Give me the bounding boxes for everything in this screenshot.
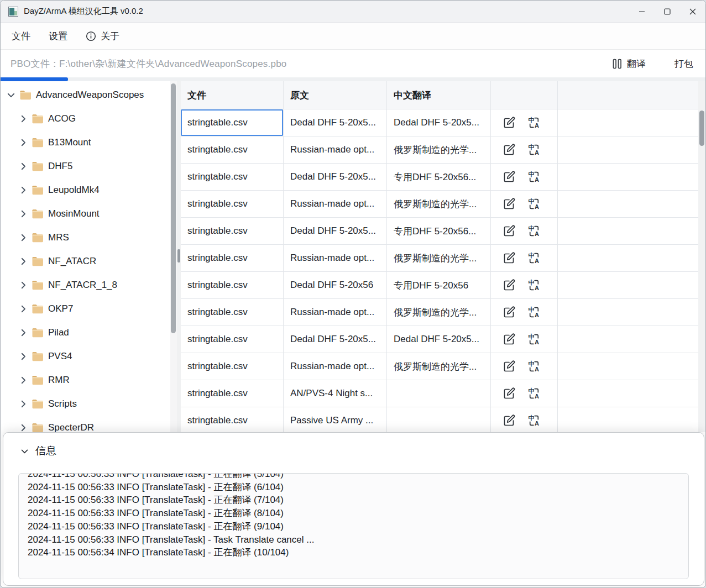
chevron-right-icon[interactable] [18, 138, 28, 148]
cell-translation[interactable]: 俄罗斯制造的光学... [387, 191, 491, 217]
edit-icon[interactable] [503, 279, 516, 292]
edit-icon[interactable] [503, 170, 516, 183]
chevron-right-icon[interactable] [18, 375, 28, 385]
chevron-right-icon[interactable] [18, 233, 28, 243]
tree-item-scripts[interactable]: Scripts [1, 392, 170, 416]
menu-settings[interactable]: 设置 [49, 30, 67, 43]
edit-icon[interactable] [503, 143, 516, 156]
cell-translation[interactable]: 俄罗斯制造的光学... [387, 353, 491, 380]
translate-button[interactable]: 翻译 [613, 57, 646, 70]
cell-translation[interactable]: 俄罗斯制造的光学... [387, 136, 491, 163]
tree-item-specterdr[interactable]: SpecterDR [1, 416, 170, 432]
tree-item-root[interactable]: AdvancedWeaponScopes [1, 83, 170, 107]
cell-source-text[interactable]: Dedal DHF 5-20x5... [284, 164, 387, 190]
chevron-right-icon[interactable] [18, 304, 28, 314]
chevron-right-icon[interactable] [18, 161, 28, 171]
table-scrollbar-thumb[interactable] [699, 111, 704, 146]
cell-file[interactable]: stringtable.csv [181, 272, 284, 298]
cell-file[interactable]: stringtable.csv [181, 299, 284, 326]
edit-icon[interactable] [503, 387, 516, 400]
cell-file[interactable]: stringtable.csv [181, 164, 284, 190]
cell-file[interactable]: stringtable.csv [181, 218, 284, 244]
cell-source-text[interactable]: Russian-made opt... [284, 191, 387, 217]
translate-icon[interactable]: 中A [527, 251, 541, 265]
edit-icon[interactable] [503, 224, 516, 238]
chevron-right-icon[interactable] [18, 114, 28, 124]
cell-source-text[interactable]: Russian-made opt... [284, 136, 387, 163]
tree-item-leupoldmk4[interactable]: LeupoldMk4 [1, 178, 170, 202]
minimize-button[interactable] [629, 1, 655, 22]
tree-item-mrs[interactable]: MRS [1, 225, 170, 249]
chevron-right-icon[interactable] [18, 351, 28, 361]
info-panel-header[interactable]: 信息 [20, 444, 704, 458]
chevron-right-icon[interactable] [18, 328, 28, 338]
tree-item-pilad[interactable]: Pilad [1, 321, 170, 344]
cell-source-text[interactable]: Dedal DHF 5-20x56 [284, 272, 387, 298]
cell-source-text[interactable]: Dedal DHF 5-20x5... [284, 109, 387, 136]
pack-button[interactable]: 打包 [674, 57, 693, 70]
cell-translation[interactable]: 专用DHF 5-20x56 [387, 272, 491, 298]
pane-splitter[interactable] [177, 81, 181, 432]
tree-scrollbar[interactable] [170, 81, 177, 432]
cell-file[interactable]: stringtable.csv [181, 407, 284, 432]
edit-icon[interactable] [503, 333, 516, 346]
chevron-right-icon[interactable] [18, 423, 28, 433]
translate-icon[interactable]: 中A [527, 170, 541, 183]
chevron-right-icon[interactable] [18, 399, 28, 409]
cell-translation[interactable]: 俄罗斯制造的光学... [387, 245, 491, 271]
cell-translation[interactable]: 俄罗斯制造的光学... [387, 299, 491, 326]
menu-file[interactable]: 文件 [12, 30, 30, 43]
tree-item-nf_atacr[interactable]: NF_ATACR [1, 249, 170, 273]
chevron-right-icon[interactable] [18, 256, 28, 266]
cell-source-text[interactable]: Dedal DHF 5-20x5... [284, 218, 387, 244]
tree-item-rmr[interactable]: RMR [1, 368, 170, 392]
splitter-handle[interactable] [177, 249, 180, 262]
cell-translation[interactable] [387, 407, 491, 432]
translate-icon[interactable]: 中A [527, 116, 541, 129]
tree-item-pvs4[interactable]: PVS4 [1, 344, 170, 368]
translate-icon[interactable]: 中A [527, 306, 541, 319]
edit-icon[interactable] [503, 360, 516, 373]
translate-icon[interactable]: 中A [527, 387, 541, 400]
cell-file[interactable]: stringtable.csv [181, 380, 284, 407]
tree-item-b13mount[interactable]: B13Mount [1, 130, 170, 154]
cell-source-text[interactable]: Russian-made opt... [284, 353, 387, 380]
chevron-right-icon[interactable] [18, 185, 28, 195]
cell-source-text[interactable]: AN/PVS-4 Night s... [284, 380, 387, 407]
chevron-right-icon[interactable] [18, 209, 28, 219]
table-scrollbar[interactable] [698, 81, 705, 432]
translate-icon[interactable]: 中A [527, 414, 541, 427]
cell-source-text[interactable]: Russian-made opt... [284, 245, 387, 271]
cell-translation[interactable]: 专用DHF 5-20x56... [387, 218, 491, 244]
translate-icon[interactable]: 中A [527, 333, 541, 346]
edit-icon[interactable] [503, 116, 516, 129]
translate-icon[interactable]: 中A [527, 360, 541, 373]
translate-icon[interactable]: 中A [527, 224, 541, 238]
translate-icon[interactable]: 中A [527, 197, 541, 211]
chevron-down-icon[interactable] [6, 90, 16, 100]
cell-file[interactable]: stringtable.csv [181, 191, 284, 217]
edit-icon[interactable] [503, 197, 516, 211]
cell-source-text[interactable]: Russian-made opt... [284, 299, 387, 326]
log-output[interactable]: 2024-11-15 00:56:33 INFO [TranslateTask]… [18, 473, 689, 579]
cell-file[interactable]: stringtable.csv [181, 326, 284, 353]
cell-translation[interactable] [387, 380, 491, 407]
edit-icon[interactable] [503, 251, 516, 265]
translate-icon[interactable]: 中A [527, 279, 541, 292]
tree-item-acog[interactable]: ACOG [1, 107, 170, 130]
cell-translation[interactable]: Dedal DHF 5-20x5... [387, 109, 491, 136]
cell-source-text[interactable]: Dedal DHF 5-20x5... [284, 326, 387, 353]
tree-item-nf_atacr_1_8[interactable]: NF_ATACR_1_8 [1, 273, 170, 297]
cell-source-text[interactable]: Passive US Army ... [284, 407, 387, 432]
edit-icon[interactable] [503, 306, 516, 319]
cell-file[interactable]: stringtable.csv [181, 245, 284, 271]
chevron-right-icon[interactable] [18, 280, 28, 290]
edit-icon[interactable] [503, 414, 516, 427]
cell-translation[interactable]: 专用DHF 5-20x56... [387, 164, 491, 190]
cell-translation[interactable]: Dedal DHF 5-20x5... [387, 326, 491, 353]
tree-scrollbar-thumb[interactable] [171, 83, 176, 333]
cell-file[interactable]: stringtable.csv [181, 109, 284, 136]
cell-file[interactable]: stringtable.csv [181, 353, 284, 380]
tree-item-mosinmount[interactable]: MosinMount [1, 202, 170, 225]
tree-item-okp7[interactable]: OKP7 [1, 297, 170, 321]
